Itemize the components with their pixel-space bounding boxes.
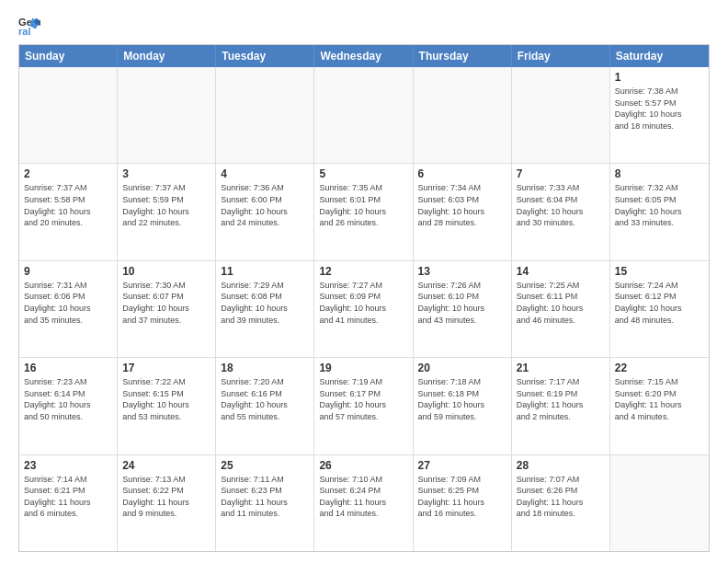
day-info: Sunrise: 7:20 AM Sunset: 6:16 PM Dayligh… [221,376,309,422]
calendar-cell: 20Sunrise: 7:18 AM Sunset: 6:18 PM Dayli… [414,358,512,454]
calendar: SundayMondayTuesdayWednesdayThursdayFrid… [18,44,710,552]
day-number: 28 [517,459,605,472]
page: Gene ral SundayMondayTuesdayWednesdayThu… [0,0,728,563]
calendar-cell: 24Sunrise: 7:13 AM Sunset: 6:22 PM Dayli… [118,455,216,551]
calendar-cell: 16Sunrise: 7:23 AM Sunset: 6:14 PM Dayli… [19,358,118,454]
day-info: Sunrise: 7:26 AM Sunset: 6:10 PM Dayligh… [418,280,506,326]
calendar-row-4: 16Sunrise: 7:23 AM Sunset: 6:14 PM Dayli… [19,357,709,454]
calendar-body: 1Sunrise: 7:38 AM Sunset: 5:57 PM Daylig… [19,67,709,551]
day-info: Sunrise: 7:35 AM Sunset: 6:01 PM Dayligh… [319,182,407,228]
day-number: 13 [418,265,506,278]
calendar-cell: 12Sunrise: 7:27 AM Sunset: 6:09 PM Dayli… [314,261,413,357]
day-info: Sunrise: 7:31 AM Sunset: 6:06 PM Dayligh… [24,280,112,326]
day-info: Sunrise: 7:23 AM Sunset: 6:14 PM Dayligh… [24,376,112,422]
calendar-cell: 6Sunrise: 7:34 AM Sunset: 6:03 PM Daylig… [414,164,512,259]
day-number: 3 [122,167,210,180]
day-number: 11 [221,265,309,278]
day-number: 21 [517,362,605,374]
day-number: 2 [24,167,112,180]
calendar-cell: 15Sunrise: 7:24 AM Sunset: 6:12 PM Dayli… [610,261,709,357]
calendar-cell: 7Sunrise: 7:33 AM Sunset: 6:04 PM Daylig… [512,164,610,259]
calendar-cell [314,67,413,163]
day-info: Sunrise: 7:37 AM Sunset: 5:58 PM Dayligh… [24,182,112,228]
day-number: 8 [615,167,704,180]
weekday-header-monday: Monday [118,45,216,67]
day-number: 17 [122,362,210,374]
day-number: 19 [319,362,407,374]
day-info: Sunrise: 7:11 AM Sunset: 6:23 PM Dayligh… [221,474,309,520]
day-number: 1 [615,71,704,84]
day-number: 7 [517,167,605,180]
logo-icon: Gene ral [18,15,40,37]
day-number: 14 [517,265,605,278]
day-number: 18 [221,362,309,374]
day-info: Sunrise: 7:18 AM Sunset: 6:18 PM Dayligh… [418,376,506,422]
weekday-header-wednesday: Wednesday [314,45,413,67]
calendar-row-1: 1Sunrise: 7:38 AM Sunset: 5:57 PM Daylig… [19,67,709,163]
calendar-cell: 13Sunrise: 7:26 AM Sunset: 6:10 PM Dayli… [414,261,512,357]
day-number: 10 [122,265,210,278]
day-number: 27 [418,459,506,472]
day-number: 24 [122,459,210,472]
weekday-header-sunday: Sunday [19,45,118,67]
calendar-cell [512,67,610,163]
calendar-row-2: 2Sunrise: 7:37 AM Sunset: 5:58 PM Daylig… [19,163,709,259]
day-number: 20 [418,362,506,374]
calendar-cell: 2Sunrise: 7:37 AM Sunset: 5:58 PM Daylig… [19,164,118,259]
day-info: Sunrise: 7:10 AM Sunset: 6:24 PM Dayligh… [319,474,407,520]
calendar-cell: 3Sunrise: 7:37 AM Sunset: 5:59 PM Daylig… [118,164,216,259]
day-info: Sunrise: 7:38 AM Sunset: 5:57 PM Dayligh… [615,86,704,132]
calendar-cell: 5Sunrise: 7:35 AM Sunset: 6:01 PM Daylig… [314,164,413,259]
weekday-header-friday: Friday [512,45,610,67]
day-info: Sunrise: 7:19 AM Sunset: 6:17 PM Dayligh… [319,376,407,422]
calendar-cell: 8Sunrise: 7:32 AM Sunset: 6:05 PM Daylig… [610,164,709,259]
calendar-cell: 9Sunrise: 7:31 AM Sunset: 6:06 PM Daylig… [19,261,118,357]
day-info: Sunrise: 7:30 AM Sunset: 6:07 PM Dayligh… [122,280,210,326]
day-info: Sunrise: 7:15 AM Sunset: 6:20 PM Dayligh… [615,376,704,422]
day-number: 26 [319,459,407,472]
day-number: 5 [319,167,407,180]
day-number: 12 [319,265,407,278]
calendar-cell: 11Sunrise: 7:29 AM Sunset: 6:08 PM Dayli… [216,261,314,357]
calendar-cell: 27Sunrise: 7:09 AM Sunset: 6:25 PM Dayli… [414,455,512,551]
day-info: Sunrise: 7:33 AM Sunset: 6:04 PM Dayligh… [517,182,605,228]
calendar-cell: 10Sunrise: 7:30 AM Sunset: 6:07 PM Dayli… [118,261,216,357]
day-number: 15 [615,265,704,278]
calendar-cell: 28Sunrise: 7:07 AM Sunset: 6:26 PM Dayli… [512,455,610,551]
calendar-header: SundayMondayTuesdayWednesdayThursdayFrid… [19,45,709,67]
calendar-cell: 21Sunrise: 7:17 AM Sunset: 6:19 PM Dayli… [512,358,610,454]
day-info: Sunrise: 7:14 AM Sunset: 6:21 PM Dayligh… [24,474,112,520]
weekday-header-tuesday: Tuesday [216,45,314,67]
day-info: Sunrise: 7:29 AM Sunset: 6:08 PM Dayligh… [221,280,309,326]
day-info: Sunrise: 7:37 AM Sunset: 5:59 PM Dayligh… [122,182,210,228]
day-info: Sunrise: 7:17 AM Sunset: 6:19 PM Dayligh… [517,376,605,422]
svg-text:ral: ral [18,26,31,37]
day-number: 4 [221,167,309,180]
day-info: Sunrise: 7:32 AM Sunset: 6:05 PM Dayligh… [615,182,704,228]
header: Gene ral [18,15,710,37]
weekday-header-thursday: Thursday [414,45,512,67]
day-info: Sunrise: 7:36 AM Sunset: 6:00 PM Dayligh… [221,182,309,228]
calendar-cell [610,455,709,551]
day-info: Sunrise: 7:22 AM Sunset: 6:15 PM Dayligh… [122,376,210,422]
day-number: 9 [24,265,112,278]
weekday-header-saturday: Saturday [610,45,709,67]
calendar-cell: 19Sunrise: 7:19 AM Sunset: 6:17 PM Dayli… [314,358,413,454]
calendar-cell: 1Sunrise: 7:38 AM Sunset: 5:57 PM Daylig… [610,67,709,163]
day-info: Sunrise: 7:24 AM Sunset: 6:12 PM Dayligh… [615,280,704,326]
calendar-cell: 4Sunrise: 7:36 AM Sunset: 6:00 PM Daylig… [216,164,314,259]
calendar-cell [216,67,314,163]
day-info: Sunrise: 7:25 AM Sunset: 6:11 PM Dayligh… [517,280,605,326]
calendar-row-5: 23Sunrise: 7:14 AM Sunset: 6:21 PM Dayli… [19,454,709,551]
calendar-cell: 25Sunrise: 7:11 AM Sunset: 6:23 PM Dayli… [216,455,314,551]
calendar-cell [19,67,118,163]
day-info: Sunrise: 7:09 AM Sunset: 6:25 PM Dayligh… [418,474,506,520]
day-number: 6 [418,167,506,180]
day-number: 16 [24,362,112,374]
calendar-row-3: 9Sunrise: 7:31 AM Sunset: 6:06 PM Daylig… [19,260,709,357]
calendar-cell: 22Sunrise: 7:15 AM Sunset: 6:20 PM Dayli… [610,358,709,454]
day-info: Sunrise: 7:13 AM Sunset: 6:22 PM Dayligh… [122,474,210,520]
day-number: 23 [24,459,112,472]
calendar-cell [118,67,216,163]
calendar-cell: 26Sunrise: 7:10 AM Sunset: 6:24 PM Dayli… [314,455,413,551]
